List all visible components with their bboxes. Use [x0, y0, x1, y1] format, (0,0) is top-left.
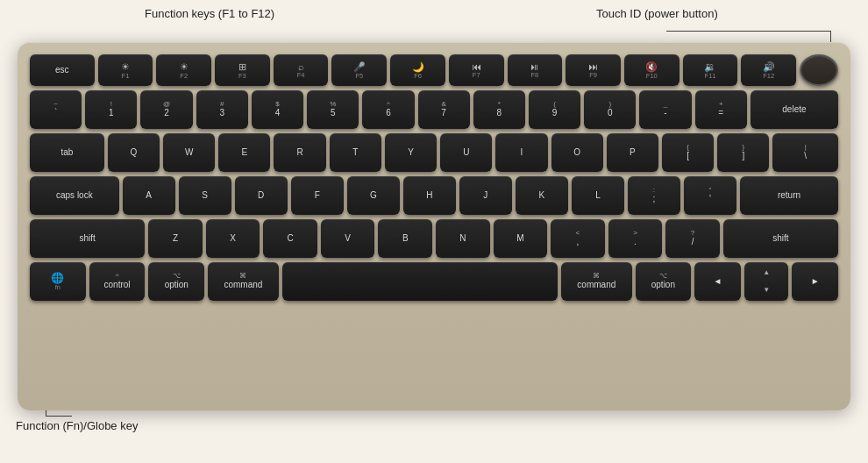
key-comma[interactable]: < ,	[551, 219, 605, 258]
key-return[interactable]: return	[740, 176, 838, 215]
key-option-left[interactable]: ⌥ option	[148, 262, 204, 301]
key-a[interactable]: A	[123, 176, 175, 215]
minus-main: -	[664, 108, 666, 118]
f12-icon: 🔊	[763, 61, 775, 73]
key-space[interactable]	[282, 262, 558, 301]
key-shift-left[interactable]: shift	[30, 219, 145, 258]
command-left-label: command	[224, 280, 262, 290]
key-u[interactable]: U	[440, 133, 492, 172]
key-p[interactable]: P	[607, 133, 658, 172]
key-f6[interactable]: 🌙 F6	[390, 54, 445, 86]
key-y[interactable]: Y	[385, 133, 437, 172]
key-f2[interactable]: ☀ F2	[156, 54, 211, 86]
key-3[interactable]: # 3	[196, 90, 248, 129]
key-9[interactable]: ( 9	[529, 90, 580, 129]
key-arrow-up-down[interactable]: ▲ ▼	[744, 262, 789, 301]
key-f7[interactable]: ⏮ F7	[449, 54, 504, 86]
6-main: 6	[386, 108, 391, 118]
key-d[interactable]: D	[235, 176, 288, 215]
key-f8[interactable]: ⏯ F8	[508, 54, 563, 86]
key-delete[interactable]: delete	[751, 90, 838, 129]
key-backslash[interactable]: | \	[772, 133, 838, 172]
0-main: 0	[608, 108, 613, 118]
key-f[interactable]: F	[291, 176, 344, 215]
key-f10[interactable]: 🔇 F10	[624, 54, 679, 86]
0-top: )	[608, 101, 611, 108]
minus-top: _	[664, 101, 667, 108]
key-f9[interactable]: ⏭ F9	[566, 54, 621, 86]
key-tab[interactable]: tab	[30, 133, 104, 172]
key-0[interactable]: ) 0	[584, 90, 636, 129]
f7-label: F7	[473, 72, 480, 79]
key-o[interactable]: O	[551, 133, 603, 172]
key-w[interactable]: W	[163, 133, 215, 172]
key-rbracket[interactable]: } ]	[717, 133, 769, 172]
key-shift-right[interactable]: shift	[723, 219, 838, 258]
key-6[interactable]: ^ 6	[362, 90, 414, 129]
key-esc[interactable]: esc	[30, 54, 95, 86]
key-control[interactable]: ^ control	[89, 262, 146, 301]
key-l[interactable]: L	[572, 176, 624, 215]
key-period[interactable]: > .	[608, 219, 663, 258]
f10-label: F10	[646, 73, 658, 80]
key-q[interactable]: Q	[108, 133, 160, 172]
key-quote[interactable]: " '	[684, 176, 736, 215]
zxcv-row: shift Z X C V B N M < , > . ? / shift	[30, 219, 838, 258]
key-command-right[interactable]: ⌘ command	[561, 262, 631, 301]
key-arrow-right[interactable]: ►	[792, 262, 838, 301]
tid-annotation-line-h	[666, 31, 831, 32]
key-touch-id[interactable]	[800, 54, 838, 86]
key-lbracket[interactable]: { [	[662, 133, 714, 172]
key-f12[interactable]: 🔊 F12	[741, 54, 796, 86]
3-top: #	[220, 101, 224, 108]
key-s[interactable]: S	[179, 176, 231, 215]
key-z[interactable]: Z	[148, 219, 203, 258]
key-n[interactable]: N	[436, 219, 490, 258]
key-1[interactable]: ! 1	[85, 90, 137, 129]
key-m[interactable]: M	[494, 219, 548, 258]
8-top: *	[498, 101, 501, 108]
key-7[interactable]: & 7	[418, 90, 470, 129]
key-command-left[interactable]: ⌘ command	[208, 262, 278, 301]
key-4[interactable]: $ 4	[252, 90, 303, 129]
key-v[interactable]: V	[321, 219, 375, 258]
key-slash[interactable]: ? /	[665, 219, 720, 258]
4-top: $	[275, 101, 279, 108]
arrow-down-icon[interactable]: ▼	[763, 283, 770, 299]
key-semicolon[interactable]: : ;	[628, 176, 680, 215]
key-caps-lock[interactable]: caps lock	[30, 176, 119, 215]
bottom-row: 🌐 fn ^ control ⌥ option ⌘ command ⌘ comm…	[30, 262, 838, 301]
key-f5[interactable]: 🎤 F5	[331, 54, 387, 86]
key-backtick[interactable]: ~ `	[30, 90, 82, 129]
shift-right-label: shift	[772, 233, 788, 244]
esc-label: esc	[55, 65, 69, 75]
key-c[interactable]: C	[263, 219, 317, 258]
key-5[interactable]: % 5	[307, 90, 359, 129]
key-j[interactable]: J	[459, 176, 512, 215]
arrow-up-icon[interactable]: ▲	[763, 265, 770, 281]
key-f4[interactable]: ⌕ F4	[274, 54, 329, 86]
key-minus[interactable]: _ -	[639, 90, 691, 129]
key-f11[interactable]: 🔉 F11	[683, 54, 738, 86]
key-8[interactable]: * 8	[473, 90, 525, 129]
key-b[interactable]: B	[378, 219, 432, 258]
globe-annotation-line-h	[46, 416, 72, 417]
command-right-label: command	[577, 280, 615, 290]
number-row: ~ ` ! 1 @ 2 # 3 $ 4 % 5	[30, 90, 838, 129]
key-f1[interactable]: ☀ F1	[98, 54, 153, 86]
key-option-right[interactable]: ⌥ option	[636, 262, 692, 301]
key-t[interactable]: T	[330, 133, 381, 172]
key-f3[interactable]: ⊞ F3	[215, 54, 270, 86]
key-r[interactable]: R	[274, 133, 325, 172]
key-i[interactable]: I	[495, 133, 547, 172]
key-e[interactable]: E	[218, 133, 270, 172]
key-x[interactable]: X	[206, 219, 260, 258]
key-g[interactable]: G	[347, 176, 400, 215]
key-2[interactable]: @ 2	[140, 90, 192, 129]
key-fn-globe[interactable]: 🌐 fn	[30, 262, 86, 301]
key-arrow-left[interactable]: ◄	[694, 262, 741, 301]
key-equals[interactable]: + =	[695, 90, 747, 129]
key-h[interactable]: H	[403, 176, 456, 215]
delete-label: delete	[782, 104, 806, 115]
key-k[interactable]: K	[516, 176, 568, 215]
